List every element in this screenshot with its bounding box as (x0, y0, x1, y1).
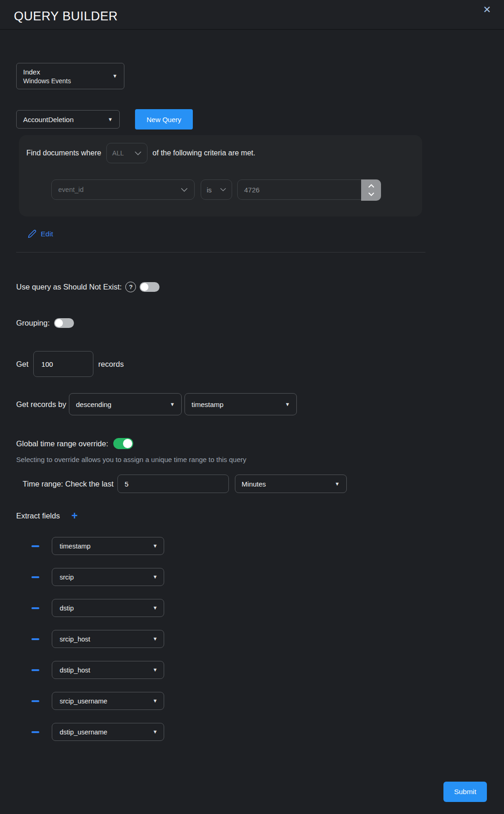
record-count-row: Get records (16, 351, 488, 377)
criteria-operator-select[interactable]: is (201, 179, 232, 200)
caret-down-icon: ▼ (112, 74, 117, 79)
criteria-field-select[interactable]: event_id (51, 179, 195, 200)
minus-icon (31, 638, 39, 640)
extract-field-row: srcip_host ▼ (16, 630, 488, 648)
criteria-panel: Find documents where ALL of the followin… (19, 135, 422, 216)
help-icon[interactable]: ? (125, 282, 136, 292)
minus-icon (31, 576, 39, 578)
section-divider (16, 252, 425, 253)
spinner-down-icon[interactable] (368, 192, 375, 196)
order-direction-select[interactable]: descending ▼ (69, 393, 182, 415)
minus-icon (31, 731, 39, 733)
time-override-toggle[interactable] (113, 438, 133, 449)
extract-field-select[interactable]: timestamp ▼ (52, 537, 164, 555)
caret-down-icon: ▼ (153, 543, 158, 549)
spinner-up-icon[interactable] (368, 184, 375, 188)
caret-down-icon: ▼ (153, 667, 158, 672)
extract-field-select[interactable]: dstip_username ▼ (52, 723, 164, 741)
edit-link-label: Edit (41, 230, 53, 238)
extract-field-select[interactable]: srcip_username ▼ (52, 692, 164, 710)
order-label: Get records by (16, 400, 66, 409)
order-row: Get records by descending ▼ timestamp ▼ (16, 393, 488, 415)
caret-down-icon: ▼ (153, 729, 158, 734)
extract-fields-label: Extract fields (16, 512, 60, 520)
modal-header: QUERY BUILDER ✕ (0, 0, 504, 30)
query-builder-modal: QUERY BUILDER ✕ Index Windows Events ▼ A… (0, 0, 504, 814)
criteria-rule-row: event_id is (51, 179, 415, 200)
caret-down-icon: ▼ (170, 402, 175, 407)
criteria-operator-value: is (207, 186, 212, 194)
remove-field-button[interactable] (31, 573, 39, 581)
grouping-row: Grouping: (16, 318, 488, 328)
minus-icon (31, 607, 39, 609)
extract-field-row: srcip_username ▼ (16, 692, 488, 710)
saved-query-select[interactable]: AccountDeletion ▼ (16, 110, 120, 129)
minus-icon (31, 545, 39, 547)
time-override-row: Global time range override: (16, 438, 488, 449)
caret-down-icon: ▼ (153, 636, 158, 641)
record-count-prefix: Get (16, 360, 29, 369)
extract-field-value: dstip_username (60, 728, 107, 736)
index-select-value: Windows Events (23, 77, 71, 85)
criteria-prefix: Find documents where (26, 149, 101, 157)
order-direction-value: descending (76, 401, 111, 408)
time-range-unit-select[interactable]: Minutes ▼ (235, 475, 347, 493)
extract-field-value: dstip (60, 604, 74, 612)
new-query-button[interactable]: New Query (135, 109, 193, 130)
extract-field-row: dstip_host ▼ (16, 661, 488, 679)
remove-field-button[interactable] (31, 697, 39, 705)
add-field-button[interactable]: + (71, 511, 77, 521)
extract-field-select[interactable]: srcip_host ▼ (52, 630, 164, 648)
record-count-field (33, 351, 93, 377)
extract-fields-list: timestamp ▼ srcip ▼ dstip ▼ (16, 537, 488, 741)
record-count-input[interactable] (34, 352, 93, 376)
criteria-value-input[interactable] (238, 185, 353, 194)
index-select[interactable]: Index Windows Events ▼ (16, 63, 124, 89)
submit-button[interactable]: Submit (443, 782, 487, 802)
extract-field-select[interactable]: dstip_host ▼ (52, 661, 164, 679)
remove-field-button[interactable] (31, 666, 39, 674)
time-override-label: Global time range override: (16, 439, 108, 448)
extract-field-value: timestamp (60, 543, 91, 550)
extract-field-select[interactable]: dstip ▼ (52, 599, 164, 617)
number-spinner[interactable] (361, 179, 381, 201)
record-count-suffix: records (98, 360, 124, 369)
caret-down-icon: ▼ (153, 574, 158, 580)
extract-field-value: srcip_username (60, 697, 107, 705)
remove-field-button[interactable] (31, 604, 39, 612)
minus-icon (31, 700, 39, 702)
saved-query-value: AccountDeletion (23, 116, 74, 123)
criteria-field-value: event_id (58, 186, 84, 193)
modal-body: Index Windows Events ▼ AccountDeletion ▼… (0, 63, 504, 741)
caret-down-icon: ▼ (153, 605, 158, 610)
edit-link[interactable]: Edit (28, 229, 53, 238)
extract-field-value: dstip_host (60, 666, 90, 674)
chevron-down-icon (181, 188, 188, 192)
criteria-suffix: of the following criteria are met. (153, 149, 255, 157)
remove-field-button[interactable] (31, 542, 39, 550)
criteria-value-field (237, 179, 381, 200)
toggle-knob (141, 283, 148, 291)
order-field-select[interactable]: timestamp ▼ (184, 393, 297, 415)
pencil-icon (28, 229, 37, 238)
match-type-select[interactable]: ALL (106, 143, 148, 163)
close-icon[interactable]: ✕ (482, 4, 492, 15)
grouping-toggle[interactable] (54, 318, 74, 328)
grouping-label: Grouping: (16, 319, 49, 327)
order-field-value: timestamp (191, 401, 223, 408)
caret-down-icon: ▼ (153, 698, 158, 703)
extract-field-value: srcip (60, 574, 74, 581)
extract-field-select[interactable]: srcip ▼ (52, 568, 164, 586)
extract-field-row: dstip_username ▼ (16, 723, 488, 741)
chevron-down-icon (135, 151, 141, 155)
time-range-amount-field (117, 475, 229, 493)
remove-field-button[interactable] (31, 635, 39, 643)
should-not-exist-toggle[interactable] (140, 282, 160, 292)
caret-down-icon: ▼ (108, 117, 113, 122)
caret-down-icon: ▼ (285, 402, 290, 407)
chevron-down-icon (220, 188, 226, 191)
query-row: AccountDeletion ▼ New Query (16, 109, 488, 130)
remove-field-button[interactable] (31, 728, 39, 736)
time-range-amount-input[interactable] (118, 475, 228, 493)
extract-field-row: srcip ▼ (16, 568, 488, 586)
